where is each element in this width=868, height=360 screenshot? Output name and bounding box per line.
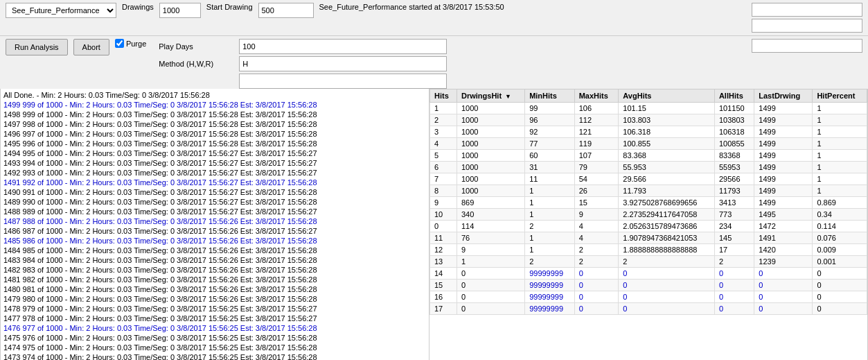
cell-allhits: 0 <box>714 291 754 303</box>
cell-hits: 0 <box>430 221 457 232</box>
log-line: All Done. - Min: 2 Hours: 0.03 Time/Seg:… <box>3 90 426 100</box>
cell-allhits: 3413 <box>714 197 754 209</box>
cell-hitpercent: 1 <box>813 138 867 150</box>
cell-minhits: 1 <box>525 232 575 244</box>
start-drawing-label: Start Drawing <box>206 3 253 11</box>
table-row: 3 1000 92 121 106.318 106318 1499 1 <box>430 126 867 138</box>
abort-button[interactable]: Abort <box>73 39 109 55</box>
cell-maxhits: 2 <box>574 244 619 256</box>
cell-avghits: 2.2735294117647058 <box>619 209 715 221</box>
cell-avghits: 2 <box>619 256 715 268</box>
cell-drwings: 114 <box>457 221 524 232</box>
table-panel[interactable]: Hits DrwingsHit ▼ MinHits MaxHits AvgHit… <box>429 89 868 360</box>
cell-hits: 1 <box>430 103 457 114</box>
drawings-input[interactable] <box>159 3 201 18</box>
cell-allhits: 100855 <box>714 138 754 150</box>
purge-checkbox-label[interactable]: Purge <box>115 39 146 48</box>
cell-allhits: 773 <box>714 209 754 221</box>
table-row: 7 1000 11 54 29.566 29566 1499 1 <box>430 173 867 185</box>
log-line: 1498 999 of 1000 - Min: 2 Hours: 0.03 Ti… <box>3 110 426 119</box>
play-days-input[interactable] <box>239 39 447 54</box>
log-line: 1496 997 of 1000 - Min: 2 Hours: 0.03 Ti… <box>3 129 426 139</box>
cell-lastdrwing: 1499 <box>754 126 813 138</box>
cell-drwings: 1000 <box>457 138 524 150</box>
col-drwings[interactable]: DrwingsHit ▼ <box>457 89 524 103</box>
cell-hits: 7 <box>430 173 457 185</box>
run-analysis-button[interactable]: Run Analysis <box>6 39 68 55</box>
cell-hitpercent: 0 <box>813 303 867 315</box>
log-panel[interactable]: All Done. - Min: 2 Hours: 0.03 Time/Seg:… <box>0 89 429 360</box>
cell-maxhits: 107 <box>574 150 619 162</box>
cell-avghits: 106.318 <box>619 126 715 138</box>
col-hitpercent[interactable]: HitPercent <box>813 89 867 103</box>
cell-maxhits: 15 <box>574 197 619 209</box>
col-lastdrwing[interactable]: LastDrwing <box>754 89 813 103</box>
cell-hits: 4 <box>430 138 457 150</box>
log-line: 1474 975 of 1000 - Min: 2 Hours: 0.03 Ti… <box>3 343 426 352</box>
col-minhits[interactable]: MinHits <box>525 89 575 103</box>
cell-hitpercent: 0.114 <box>813 221 867 232</box>
cell-minhits: 92 <box>525 126 575 138</box>
log-line: 1487 988 of 1000 - Min: 2 Hours: 0.03 Ti… <box>3 216 426 226</box>
analysis-dropdown[interactable]: See_Future_Performance <box>6 3 116 18</box>
cell-drwings: 869 <box>457 197 524 209</box>
status-text: See_Future_Performance started at 3/8/20… <box>319 3 504 11</box>
table-row: 17 0 99999999 0 0 0 0 0 <box>430 303 867 315</box>
table-row: 12 9 1 2 1.8888888888888888 17 1420 0.00… <box>430 244 867 256</box>
cell-avghits: 29.566 <box>619 173 715 185</box>
right-input-2 <box>752 19 862 33</box>
cell-drwings: 1000 <box>457 162 524 173</box>
table-header-row: Hits DrwingsHit ▼ MinHits MaxHits AvgHit… <box>430 89 867 103</box>
cell-maxhits: 106 <box>574 103 619 114</box>
cell-hitpercent: 0.869 <box>813 197 867 209</box>
cell-hits: 6 <box>430 162 457 173</box>
cell-hits: 9 <box>430 197 457 209</box>
col-allhits[interactable]: AllHits <box>714 89 754 103</box>
log-line: 1484 985 of 1000 - Min: 2 Hours: 0.03 Ti… <box>3 246 426 255</box>
cell-maxhits: 9 <box>574 209 619 221</box>
log-line: 1497 998 of 1000 - Min: 2 Hours: 0.03 Ti… <box>3 119 426 129</box>
cell-hits: 3 <box>430 126 457 138</box>
cell-maxhits: 0 <box>574 291 619 303</box>
cell-maxhits: 121 <box>574 126 619 138</box>
log-line: 1492 993 of 1000 - Min: 2 Hours: 0.03 Ti… <box>3 168 426 178</box>
cell-lastdrwing: 1239 <box>754 256 813 268</box>
cell-hits: 2 <box>430 114 457 126</box>
cell-avghits: 1.8888888888888888 <box>619 244 715 256</box>
cell-avghits: 55.953 <box>619 162 715 173</box>
start-drawing-input[interactable] <box>258 3 314 18</box>
cell-allhits: 55953 <box>714 162 754 173</box>
table-row: 14 0 99999999 0 0 0 0 0 <box>430 268 867 280</box>
cell-avghits: 3.9275028768699656 <box>619 197 715 209</box>
cell-allhits: 234 <box>714 221 754 232</box>
extra-input[interactable] <box>239 74 447 89</box>
cell-hitpercent: 0.076 <box>813 232 867 244</box>
cell-hitpercent: 0 <box>813 291 867 303</box>
col-hits[interactable]: Hits <box>430 89 457 103</box>
cell-hits: 5 <box>430 150 457 162</box>
cell-allhits: 83368 <box>714 150 754 162</box>
method-input[interactable] <box>239 56 447 71</box>
cell-allhits: 11793 <box>714 185 754 197</box>
log-line: 1490 991 of 1000 - Min: 2 Hours: 0.03 Ti… <box>3 187 426 197</box>
col-maxhits[interactable]: MaxHits <box>574 89 619 103</box>
cell-drwings: 1000 <box>457 185 524 197</box>
cell-avghits: 11.793 <box>619 185 715 197</box>
cell-maxhits: 4 <box>574 232 619 244</box>
col-avghits[interactable]: AvgHits <box>619 89 715 103</box>
cell-avghits: 103.803 <box>619 114 715 126</box>
log-line: 1495 996 of 1000 - Min: 2 Hours: 0.03 Ti… <box>3 139 426 148</box>
cell-hitpercent: 0.009 <box>813 244 867 256</box>
cell-minhits: 77 <box>525 138 575 150</box>
cell-hitpercent: 1 <box>813 126 867 138</box>
cell-minhits: 99999999 <box>525 280 575 291</box>
purge-checkbox[interactable] <box>115 39 124 48</box>
cell-hits: 10 <box>430 209 457 221</box>
log-line: 1473 974 of 1000 - Min: 2 Hours: 0.03 Ti… <box>3 352 426 360</box>
log-line: 1485 986 of 1000 - Min: 2 Hours: 0.03 Ti… <box>3 236 426 246</box>
cell-minhits: 1 <box>525 197 575 209</box>
cell-hits: 8 <box>430 185 457 197</box>
cell-lastdrwing: 1499 <box>754 138 813 150</box>
cell-minhits: 1 <box>525 209 575 221</box>
right-input-3 <box>752 39 862 53</box>
